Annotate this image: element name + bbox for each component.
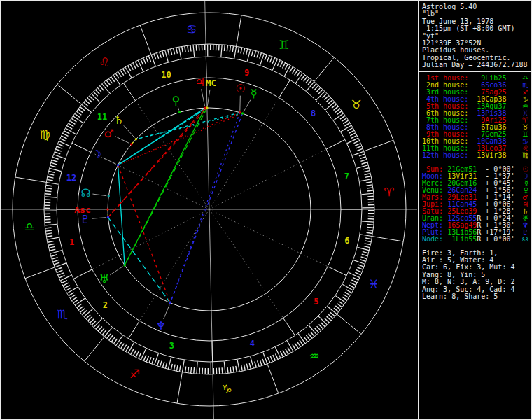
planet-glyph-jupiter: ♃ [195,76,204,89]
position-dot-mc [206,106,208,108]
astrolog-window: ♈♉♊♋♌♍♎♏♐♑♒♓123456789101112☉☽☿♀♂♃♄♅♆♇☊MC… [0,0,532,420]
sign-glyph-aries: ♈ [384,185,394,199]
planet-row-node-glyph: ☊ [522,236,528,243]
sign-glyph-taurus: ♉ [351,97,361,111]
planet-glyph-neptune: ♆ [156,319,166,332]
position-dot-neptune [169,302,172,304]
element-stats: Fire: 3, Earth: 1,Air : 5, Water: 4Car: … [422,250,531,301]
planet-glyph-uranus: ♅ [99,272,109,286]
house-number-12: 12 [66,173,76,183]
axis-label-asc: Asc [74,204,90,215]
planet-glyph-saturn: ♄ [114,113,124,127]
planet-table: Sun: 21Gem51 - 0°00'☉Moon: 13Vir31 - 1°3… [422,166,531,243]
position-dot-venus [178,111,181,113]
chart-header: Astrolog 5.40"lb"Tue June 13, 1978 1:15p… [422,4,531,69]
sign-glyph-scorpio: ♏ [57,307,68,321]
house-number-11: 11 [97,112,107,122]
position-dot-pluto [107,216,109,218]
house-number-1: 1 [69,237,74,247]
house-number-9: 9 [244,68,249,78]
info-panel: Astrolog 5.40"lb"Tue June 13, 1978 1:15p… [418,1,531,419]
position-dot-node [108,195,110,197]
sign-glyph-gemini: ♊ [279,38,289,52]
planet-position-dots [106,106,244,304]
aspect-sextile-moon-uranus [118,165,125,265]
natal-wheel-chart: ♈♉♊♋♌♍♎♏♐♑♒♓123456789101112☉☽☿♀♂♃♄♅♆♇☊MC… [1,1,418,419]
position-dot-moon [117,164,119,166]
house-number-5: 5 [314,297,318,307]
planet-glyph-venus: ♀ [172,94,181,107]
header-line-9: Julian Day = 2443672.7188 [422,62,531,69]
stats-line-7: Learn: 8, Share: 5 [422,293,531,300]
position-dot-sun [239,111,241,113]
house-number-6: 6 [344,236,349,246]
planet-glyph-mercury: ☿ [251,87,258,100]
position-dot-mercury [241,112,244,114]
house-number-2: 2 [103,300,108,310]
sign-glyph-sagittarius: ♐ [130,367,140,381]
sign-glyph-libra: ♎ [24,220,35,234]
planet-glyph-node: ☊ [80,186,90,200]
planet-row-node: Node: 1Lib55R + 0°00'☊ [422,236,531,243]
aspect-sextile-mercury-saturn [136,113,242,139]
planet-row-node-text: Node: 1Lib55R + 0°00' [422,236,514,243]
aspect-opposition-sun-neptune [170,113,239,303]
house-row-12: 12th house: 13Vir38♍ [422,152,531,159]
aspect-sextile-neptune-pluto [108,217,170,302]
sign-glyph-pisces: ♓ [368,277,379,291]
position-dot-asc [106,208,108,210]
aspect-sextile-moon-jupiter [118,108,206,165]
house-number-7: 7 [344,172,349,181]
sign-glyph-cancer: ♋ [186,22,197,36]
sign-glyph-virgo: ♍ [39,127,50,141]
panel-separator [419,71,531,72]
house-row-12-glyph: ♍ [522,152,528,159]
house-number-8: 8 [311,108,316,118]
sign-glyph-aquarius: ♒ [309,349,320,363]
house-number-4: 4 [250,339,255,349]
house-row-12-text: 12th house: 13Vir38 [422,152,506,159]
position-dot-saturn [135,138,137,140]
planet-glyph-mars: ♂ [104,127,113,140]
house-number-10: 10 [161,70,171,80]
aspect-square-moon-neptune [118,165,171,303]
position-dot-mars [130,143,132,145]
asc-mc-axes [1,1,417,419]
position-dot-uranus [123,264,125,266]
chart-wheel-area: ♈♉♊♋♌♍♎♏♐♑♒♓123456789101112☉☽☿♀♂♃♄♅♆♇☊MC… [1,1,418,419]
planet-glyph-moon: ☽ [92,148,102,161]
aspect-lines [108,108,243,303]
axis-label-mc: MC [206,78,217,88]
house-number-3: 3 [169,341,174,351]
aspect-sextile-moon-mc [118,108,207,165]
sign-glyph-capricorn: ♑ [221,382,232,396]
sign-glyph-leo: ♌ [99,55,109,69]
house-table: 1st house: 9Lib25♎ 2nd house: 6Sco36♏ 3r… [422,75,531,159]
planet-glyph-sun: ☉ [235,82,245,95]
